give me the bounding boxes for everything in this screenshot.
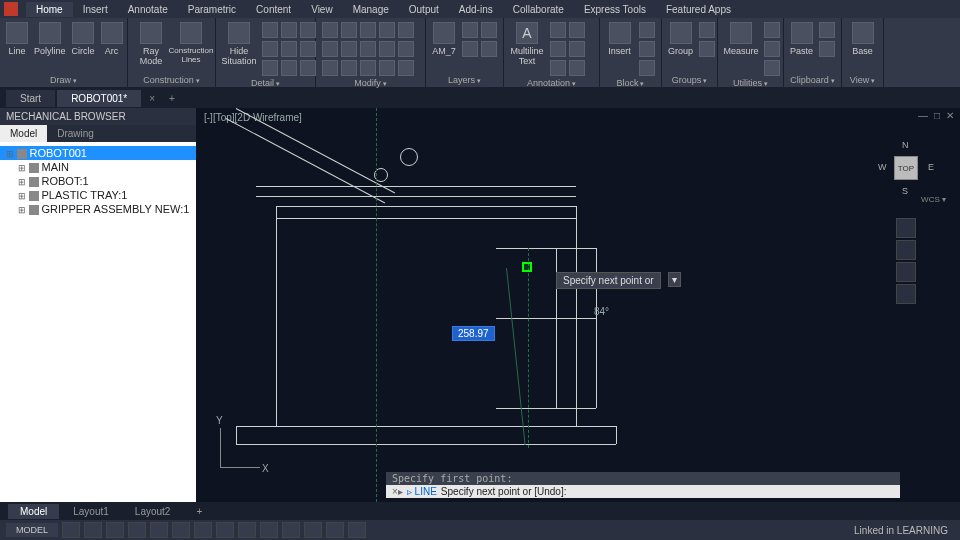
tool-multiline-text[interactable]: AMultiline Text (510, 22, 544, 66)
detail-tool-icon[interactable] (300, 60, 316, 76)
tool-group[interactable]: Group (668, 22, 693, 56)
panel-title-modify[interactable]: Modify (322, 76, 419, 88)
panel-title-utilities[interactable]: Utilities (724, 76, 777, 88)
detail-tool-icon[interactable] (300, 22, 316, 38)
tree-item-plastic-tray[interactable]: PLASTIC TRAY:1 (0, 188, 196, 202)
tool-hide-situation[interactable]: Hide Situation (222, 22, 256, 66)
tool-polyline[interactable]: Polyline (34, 22, 66, 56)
menu-parametric[interactable]: Parametric (178, 2, 246, 17)
panel-title-groups[interactable]: Groups (668, 73, 711, 85)
tool-arc[interactable]: Arc (101, 22, 123, 56)
status-toggle-icon[interactable] (282, 522, 300, 538)
tool-ray-mode[interactable]: Ray Mode (134, 22, 168, 66)
annotation-tool-icon[interactable] (550, 60, 566, 76)
status-toggle-icon[interactable] (172, 522, 190, 538)
menu-addins[interactable]: Add-ins (449, 2, 503, 17)
detail-tool-icon[interactable] (262, 41, 278, 57)
menu-featured-apps[interactable]: Featured Apps (656, 2, 741, 17)
viewcube-east[interactable]: E (928, 162, 934, 172)
detail-tool-icon[interactable] (281, 41, 297, 57)
menu-insert[interactable]: Insert (73, 2, 118, 17)
clip-tool-icon[interactable] (819, 41, 835, 57)
command-line[interactable]: Specify first point: ×▸ ▹ LINE Specify n… (386, 472, 900, 498)
layer-tool-icon[interactable] (462, 41, 478, 57)
tool-insert[interactable]: Insert (606, 22, 633, 56)
status-toggle-icon[interactable] (150, 522, 168, 538)
menu-view[interactable]: View (301, 2, 343, 17)
status-toggle-icon[interactable] (194, 522, 212, 538)
block-tool-icon[interactable] (639, 22, 655, 38)
detail-tool-icon[interactable] (281, 60, 297, 76)
menu-manage[interactable]: Manage (343, 2, 399, 17)
annotation-tool-icon[interactable] (569, 60, 585, 76)
modify-tool-icon[interactable] (398, 60, 414, 76)
panel-title-detail[interactable]: Detail (222, 76, 309, 88)
layout-model[interactable]: Model (8, 504, 59, 519)
status-toggle-icon[interactable] (128, 522, 146, 538)
nav-orbit-icon[interactable] (896, 284, 916, 304)
menu-annotate[interactable]: Annotate (118, 2, 178, 17)
status-toggle-icon[interactable] (238, 522, 256, 538)
status-toggle-icon[interactable] (260, 522, 278, 538)
modify-tool-icon[interactable] (360, 22, 376, 38)
detail-tool-icon[interactable] (281, 22, 297, 38)
menu-output[interactable]: Output (399, 2, 449, 17)
status-toggle-icon[interactable] (106, 522, 124, 538)
viewcube-face-top[interactable]: TOP (894, 156, 918, 180)
util-tool-icon[interactable] (764, 22, 780, 38)
menu-content[interactable]: Content (246, 2, 301, 17)
group-tool-icon[interactable] (699, 41, 715, 57)
status-toggle-icon[interactable] (84, 522, 102, 538)
panel-title-block[interactable]: Block (606, 76, 655, 88)
modify-tool-icon[interactable] (341, 41, 357, 57)
tool-construction-lines[interactable]: Construction Lines (174, 22, 208, 64)
panel-title-annotation[interactable]: Annotation (510, 76, 593, 88)
tab-close-icon[interactable]: × (143, 93, 161, 104)
viewcube-north[interactable]: N (902, 140, 909, 150)
viewcube[interactable]: N S E W TOP WCS ▾ (876, 138, 936, 198)
nav-zoom-icon[interactable] (896, 262, 916, 282)
modify-tool-icon[interactable] (379, 41, 395, 57)
modify-tool-icon[interactable] (360, 60, 376, 76)
nav-wheel-icon[interactable] (896, 218, 916, 238)
detail-tool-icon[interactable] (300, 41, 316, 57)
tool-layer-combo[interactable]: AM_7 (432, 22, 456, 56)
modify-tool-icon[interactable] (322, 60, 338, 76)
util-tool-icon[interactable] (764, 41, 780, 57)
tab-new-icon[interactable]: + (163, 93, 181, 104)
layer-tool-icon[interactable] (481, 22, 497, 38)
layout-add-icon[interactable]: + (184, 504, 214, 519)
modify-tool-icon[interactable] (341, 22, 357, 38)
util-tool-icon[interactable] (764, 60, 780, 76)
tab-robot001[interactable]: ROBOT001* (57, 90, 141, 107)
browser-tab-drawing[interactable]: Drawing (47, 125, 104, 142)
panel-title-clipboard[interactable]: Clipboard (790, 73, 835, 85)
modify-tool-icon[interactable] (341, 60, 357, 76)
tab-start[interactable]: Start (6, 90, 55, 107)
command-input[interactable]: ×▸ ▹ LINE Specify next point or [Undo]: (386, 485, 900, 498)
menu-collaborate[interactable]: Collaborate (503, 2, 574, 17)
status-toggle-icon[interactable] (62, 522, 80, 538)
panel-title-layers[interactable]: Layers (432, 73, 497, 85)
detail-tool-icon[interactable] (262, 22, 278, 38)
status-toggle-icon[interactable] (326, 522, 344, 538)
viewcube-south[interactable]: S (902, 186, 908, 196)
block-tool-icon[interactable] (639, 41, 655, 57)
viewport-maximize-icon[interactable]: □ (934, 110, 940, 121)
nav-pan-icon[interactable] (896, 240, 916, 260)
tool-base[interactable]: Base (848, 22, 877, 56)
annotation-tool-icon[interactable] (550, 41, 566, 57)
menu-home[interactable]: Home (26, 2, 73, 17)
panel-title-construction[interactable]: Construction (134, 73, 209, 85)
tool-paste[interactable]: Paste (790, 22, 813, 56)
tree-item-gripper[interactable]: GRIPPER ASSEMBLY NEW:1 (0, 202, 196, 216)
layer-tool-icon[interactable] (481, 41, 497, 57)
viewport-close-icon[interactable]: ✕ (946, 110, 954, 121)
modify-tool-icon[interactable] (322, 22, 338, 38)
menu-express-tools[interactable]: Express Tools (574, 2, 656, 17)
tool-measure[interactable]: Measure (724, 22, 758, 56)
modify-tool-icon[interactable] (360, 41, 376, 57)
status-toggle-icon[interactable] (216, 522, 234, 538)
status-model-button[interactable]: MODEL (6, 523, 58, 537)
browser-tab-model[interactable]: Model (0, 125, 47, 142)
